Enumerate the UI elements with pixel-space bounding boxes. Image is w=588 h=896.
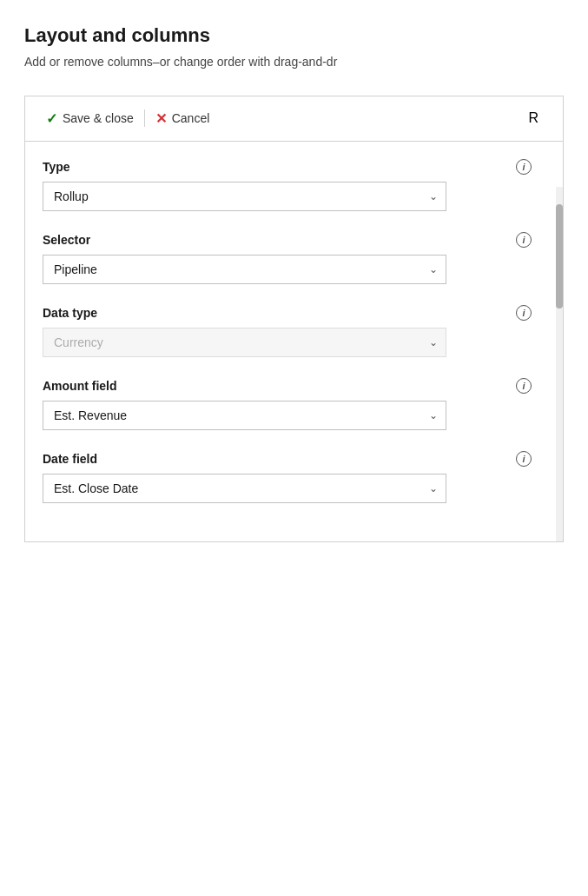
datatype-info-icon[interactable]: i	[516, 305, 532, 321]
amount-label-row: Amount field i	[43, 378, 532, 394]
scrollbar-track[interactable]	[556, 187, 563, 541]
amount-info-icon[interactable]: i	[516, 378, 532, 394]
type-select[interactable]: Rollup	[43, 182, 446, 211]
datefield-info-icon[interactable]: i	[516, 451, 532, 467]
selector-select-wrapper: Pipeline ⌄	[43, 255, 446, 284]
save-check-icon: ✓	[46, 110, 57, 127]
datatype-form-group: Data type i Currency ⌄	[43, 305, 532, 357]
datefield-select[interactable]: Est. Close Date	[43, 474, 446, 503]
page-title: Layout and columns	[24, 24, 564, 47]
scrollbar-thumb[interactable]	[556, 204, 563, 309]
datatype-select: Currency	[43, 328, 446, 357]
page-container: Layout and columns Add or remove columns…	[0, 0, 588, 896]
datefield-label: Date field	[43, 452, 97, 466]
datatype-label-row: Data type i	[43, 305, 532, 321]
amount-select-wrapper: Est. Revenue ⌄	[43, 401, 446, 430]
type-info-icon[interactable]: i	[516, 159, 532, 175]
panel-content: Type i Rollup ⌄ Selector i	[25, 142, 549, 541]
selector-label: Selector	[43, 233, 90, 247]
type-label: Type	[43, 160, 70, 174]
save-close-label: Save & close	[63, 111, 134, 125]
type-select-wrapper: Rollup ⌄	[43, 182, 446, 211]
amount-label: Amount field	[43, 379, 117, 393]
datefield-label-row: Date field i	[43, 451, 532, 467]
datefield-select-wrapper: Est. Close Date ⌄	[43, 474, 446, 503]
selector-info-icon[interactable]: i	[516, 232, 532, 248]
page-subtitle: Add or remove columns–or change order wi…	[24, 54, 564, 71]
selector-form-group: Selector i Pipeline ⌄	[43, 232, 532, 284]
panel-toolbar: ✓ Save & close ✕ Cancel R	[25, 96, 563, 142]
cancel-label: Cancel	[172, 111, 210, 125]
type-label-row: Type i	[43, 159, 532, 175]
page-header: Layout and columns Add or remove columns…	[0, 0, 588, 85]
save-close-button[interactable]: ✓ Save & close	[39, 107, 141, 130]
reset-label: R	[528, 110, 538, 126]
selector-label-row: Selector i	[43, 232, 532, 248]
datefield-form-group: Date field i Est. Close Date ⌄	[43, 451, 532, 503]
cancel-button[interactable]: ✕ Cancel	[149, 107, 217, 130]
datatype-select-wrapper: Currency ⌄	[43, 328, 446, 357]
toolbar-divider	[144, 110, 145, 127]
cancel-x-icon: ✕	[155, 110, 167, 127]
type-form-group: Type i Rollup ⌄	[43, 159, 532, 211]
amount-select[interactable]: Est. Revenue	[43, 401, 446, 430]
datatype-label: Data type	[43, 306, 97, 320]
selector-select[interactable]: Pipeline	[43, 255, 446, 284]
amount-form-group: Amount field i Est. Revenue ⌄	[43, 378, 532, 430]
panel-container: ✓ Save & close ✕ Cancel R Type i	[24, 96, 564, 542]
